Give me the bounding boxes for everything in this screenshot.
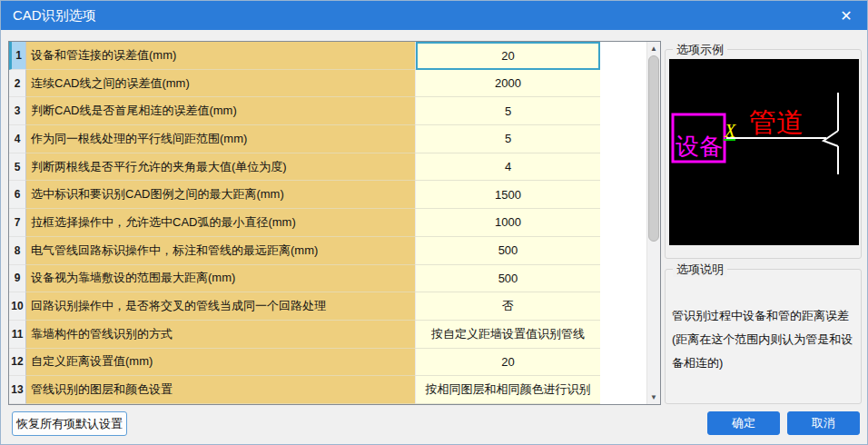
row-number-cell[interactable]: 4 — [9, 125, 26, 153]
option-label-cell[interactable]: 作为同一根线处理的平行线间距范围(mm) — [26, 125, 416, 153]
example-groupbox: 选项示例 设备 X 管道 — [665, 49, 862, 259]
table-row: 4 作为同一根线处理的平行线间距范围(mm) 5 — [9, 125, 646, 153]
option-value-cell[interactable]: 2000 — [416, 70, 600, 98]
table-filler-area — [600, 97, 646, 125]
option-value-cell[interactable]: 500 — [416, 265, 600, 293]
title-bar: CAD识别选项 ✕ — [1, 1, 867, 30]
table-row: 6 选中标识和要识别CAD图例之间的最大距离(mm) 1500 — [9, 181, 646, 209]
row-number-cell[interactable]: 1 — [9, 42, 26, 70]
option-label-cell[interactable]: 判断两根线是否平行允许的夹角最大值(单位为度) — [26, 153, 416, 182]
gap-marker-tick — [724, 139, 735, 141]
table-row: 2 连续CAD线之间的误差值(mm) 2000 — [9, 70, 646, 98]
option-label-cell[interactable]: 管线识别的图层和颜色设置 — [26, 376, 416, 404]
row-number-cell[interactable]: 12 — [9, 349, 26, 377]
row-number-cell[interactable]: 2 — [9, 70, 26, 98]
row-number-cell[interactable]: 6 — [9, 181, 26, 209]
option-label-cell[interactable]: 电气管线回路标识操作中，标注和管线的最远距离(mm) — [26, 237, 416, 265]
table-row: 1 设备和管连接的误差值(mm) 20 — [9, 42, 646, 70]
scroll-up-icon[interactable]: ▲ — [647, 42, 660, 55]
table-filler-area — [600, 181, 646, 209]
option-value-cell[interactable]: 1500 — [416, 181, 600, 209]
ok-button[interactable]: 确定 — [707, 411, 780, 435]
scrollbar-thumb[interactable] — [648, 55, 659, 242]
table-filler-area — [600, 265, 646, 293]
cad-example-drawing: 设备 X 管道 — [669, 59, 859, 245]
table-filler-area — [600, 70, 646, 98]
pipe-break-symbol — [824, 131, 838, 146]
close-icon[interactable]: ✕ — [825, 1, 867, 30]
options-table: 1 设备和管连接的误差值(mm) 20 2 连续CAD线之间的误差值(mm) 2… — [8, 41, 661, 405]
device-label: 设备 — [676, 133, 723, 160]
table-row: 5 判断两根线是否平行允许的夹角最大值(单位为度) 4 — [9, 153, 646, 182]
option-label-cell[interactable]: 选中标识和要识别CAD图例之间的最大距离(mm) — [26, 181, 416, 209]
option-value-cell[interactable]: 5 — [416, 125, 600, 153]
option-value-cell[interactable]: 20 — [416, 42, 600, 70]
table-row: 10 回路识别操作中，是否将交叉的管线当成同一个回路处理 否 — [9, 292, 646, 321]
table-filler-area — [600, 209, 646, 237]
option-value-cell[interactable]: 500 — [416, 237, 600, 265]
row-number-cell[interactable]: 13 — [9, 376, 26, 404]
table-filler-area — [600, 42, 646, 70]
table-row: 12 自定义距离设置值(mm) 20 — [9, 349, 646, 377]
table-filler-area — [600, 125, 646, 153]
scroll-down-icon[interactable]: ▼ — [647, 391, 660, 404]
option-value-cell[interactable]: 按相同图层和相同颜色进行识别 — [416, 376, 600, 404]
description-groupbox: 选项说明 管识别过程中设备和管的距离误差(距离在这个范围内则认为管是和设备相连的… — [665, 269, 862, 404]
table-filler-area — [600, 376, 646, 404]
option-value-cell[interactable]: 按自定义距墙设置值识别管线 — [416, 321, 600, 349]
option-description-text: 管识别过程中设备和管的距离误差(距离在这个范围内则认为管是和设备相连的) — [672, 304, 857, 375]
table-filler-area — [600, 237, 646, 265]
cancel-button[interactable]: 取消 — [787, 411, 860, 435]
table-row: 11 靠墙构件的管线识别的方式 按自定义距墙设置值识别管线 — [9, 321, 646, 349]
row-number-cell[interactable]: 9 — [9, 265, 26, 293]
vertical-scrollbar[interactable]: ▲ ▼ — [646, 42, 660, 404]
options-table-rows: 1 设备和管连接的误差值(mm) 20 2 连续CAD线之间的误差值(mm) 2… — [9, 42, 646, 404]
option-value-cell[interactable]: 4 — [416, 153, 600, 182]
option-value-cell[interactable]: 20 — [416, 349, 600, 377]
row-number-cell[interactable]: 11 — [9, 321, 26, 349]
table-row: 8 电气管线回路标识操作中，标注和管线的最远距离(mm) 500 — [9, 237, 646, 265]
restore-defaults-button[interactable]: 恢复所有项默认设置 — [12, 411, 127, 436]
option-label-cell[interactable]: 设备和管连接的误差值(mm) — [26, 42, 416, 70]
row-number-cell[interactable]: 3 — [9, 97, 26, 125]
option-label-cell[interactable]: 靠墙构件的管线识别的方式 — [26, 321, 416, 349]
table-row: 7 拉框选择操作中，允许选中CAD弧的最小直径(mm) 1000 — [9, 209, 646, 237]
option-label-cell[interactable]: 自定义距离设置值(mm) — [26, 349, 416, 377]
table-row: 3 判断CAD线是否首尾相连的误差值(mm) 5 — [9, 97, 646, 125]
option-label-cell[interactable]: 连续CAD线之间的误差值(mm) — [26, 70, 416, 98]
row-number-cell[interactable]: 5 — [9, 153, 26, 182]
pipe-label: 管道 — [749, 107, 804, 137]
table-filler-area — [600, 153, 646, 182]
option-label-cell[interactable]: 拉框选择操作中，允许选中CAD弧的最小直径(mm) — [26, 209, 416, 237]
table-filler-area — [600, 292, 646, 321]
dialog-title: CAD识别选项 — [13, 7, 96, 25]
table-row: 13 管线识别的图层和颜色设置 按相同图层和相同颜色进行识别 — [9, 376, 646, 404]
table-filler-area — [600, 349, 646, 377]
option-value-cell[interactable]: 否 — [416, 292, 600, 321]
option-value-cell[interactable]: 5 — [416, 97, 600, 125]
option-label-cell[interactable]: 判断CAD线是否首尾相连的误差值(mm) — [26, 97, 416, 125]
row-number-cell[interactable]: 7 — [9, 209, 26, 237]
option-label-cell[interactable]: 设备视为靠墙敷设的范围最大距离(mm) — [26, 265, 416, 293]
table-filler-area — [600, 321, 646, 349]
table-row: 9 设备视为靠墙敷设的范围最大距离(mm) 500 — [9, 265, 646, 293]
example-preview-canvas: 设备 X 管道 — [669, 59, 859, 245]
option-label-cell[interactable]: 回路识别操作中，是否将交叉的管线当成同一个回路处理 — [26, 292, 416, 321]
option-value-cell[interactable]: 1000 — [416, 209, 600, 237]
row-number-cell[interactable]: 10 — [9, 292, 26, 321]
row-number-cell[interactable]: 8 — [9, 237, 26, 265]
description-group-title: 选项说明 — [673, 262, 727, 277]
example-group-title: 选项示例 — [673, 42, 727, 57]
cad-recognition-options-dialog: CAD识别选项 ✕ 1 设备和管连接的误差值(mm) 20 2 连续CAD线之间… — [0, 0, 868, 445]
